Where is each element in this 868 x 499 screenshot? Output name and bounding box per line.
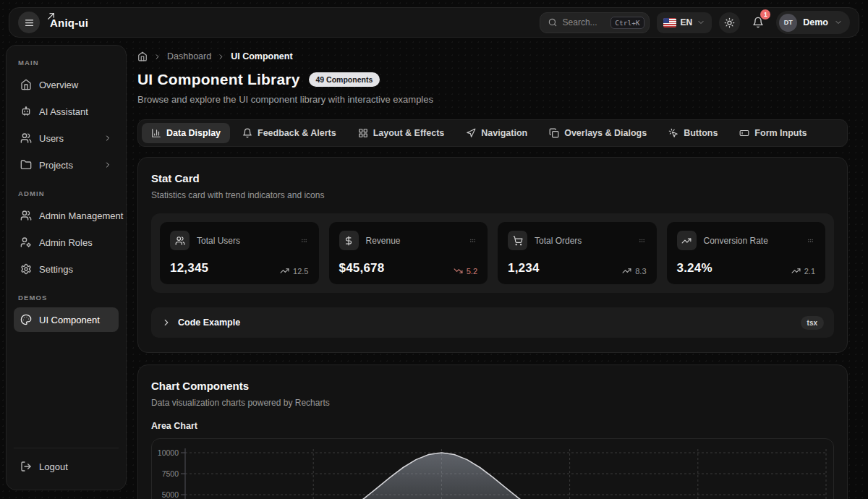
sidebar-item-label: UI Component: [39, 315, 112, 325]
theme-toggle-button[interactable]: [719, 12, 740, 33]
trending-up-icon-box: [677, 231, 697, 250]
area-chart: 025005000750010000: [151, 438, 834, 499]
stat-card-trend: 12.5: [280, 266, 308, 276]
stat-card-total-orders: Total Orders 1,234 8.3: [498, 222, 657, 284]
grip-icon[interactable]: [299, 236, 309, 245]
sidebar-item-users[interactable]: Users: [14, 126, 119, 150]
stat-card-revenue: Revenue $45,678 5.2: [329, 222, 488, 284]
code-example-toggle[interactable]: Code Example tsx: [151, 307, 834, 338]
grip-icon[interactable]: [468, 236, 477, 245]
trend-value: 2.1: [804, 267, 815, 276]
chevron-right-icon: [103, 134, 112, 142]
sidebar-item-admin-management[interactable]: Admin Management: [14, 203, 119, 228]
cart-icon-box: [508, 231, 527, 250]
breadcrumb-item-dashboard[interactable]: Dashboard: [167, 51, 211, 61]
stat-card-value: 1,234: [508, 261, 540, 276]
sidebar-item-label: Users: [39, 133, 96, 144]
section-title: Chart Components: [151, 380, 834, 392]
sidebar-item-ai-assistant[interactable]: AI Assistant: [14, 99, 119, 124]
palette-icon: [20, 314, 32, 325]
shopping-cart-icon: [513, 236, 523, 246]
search-icon: [548, 17, 558, 27]
stat-cards-row: Total Users 12,345 12.5 Revenue: [151, 213, 834, 293]
sidebar-item-label: Admin Management: [39, 210, 123, 221]
chevron-right-icon: [103, 161, 112, 169]
trend-value: 12.5: [293, 267, 308, 276]
folder-icon: [20, 159, 32, 171]
gear-icon: [20, 263, 32, 275]
tab-layout-effects[interactable]: Layout & Effects: [349, 123, 454, 143]
svg-text:10000: 10000: [158, 448, 179, 457]
bar-chart-icon: [151, 128, 161, 138]
dollar-icon: [344, 236, 354, 246]
us-flag-icon: [663, 18, 676, 27]
sidebar-item-label: AI Assistant: [39, 106, 112, 117]
user-menu[interactable]: DT Demo: [776, 11, 850, 34]
tab-feedback-alerts[interactable]: Feedback & Alerts: [233, 123, 346, 143]
sidebar-item-overview[interactable]: Overview: [14, 72, 119, 97]
chevron-right-icon: [153, 53, 161, 61]
page-subtitle: Browse and explore the UI component libr…: [137, 94, 848, 105]
tab-data-display[interactable]: Data Display: [142, 123, 230, 143]
tab-label: Layout & Effects: [373, 128, 445, 138]
language-selector[interactable]: EN: [657, 12, 712, 33]
sidebar-item-label: Settings: [39, 264, 112, 275]
search-input[interactable]: [563, 17, 606, 27]
bot-icon: [20, 106, 32, 117]
grip-icon[interactable]: [806, 236, 815, 245]
sidebar-item-admin-roles[interactable]: Admin Roles: [14, 230, 119, 255]
stat-card-trend: 2.1: [791, 266, 815, 276]
sidebar-item-ui-component[interactable]: UI Component: [14, 307, 119, 332]
stat-card-value: 12,345: [170, 261, 208, 276]
component-category-tabs: Data Display Feedback & Alerts Layout & …: [137, 119, 848, 147]
layout-grid-icon: [358, 128, 368, 138]
tsx-badge: tsx: [801, 316, 824, 330]
section-title: Stat Card: [151, 172, 834, 184]
sidebar-item-label: Admin Roles: [39, 237, 112, 248]
app-logo[interactable]: Aniq-ui: [48, 17, 88, 29]
chevron-down-icon: [834, 18, 843, 27]
tab-navigation[interactable]: Navigation: [456, 123, 537, 143]
chart-components-section: Chart Components Data visualization char…: [137, 364, 848, 499]
stat-card-label: Conversion Rate: [704, 236, 807, 246]
trend-value: 8.3: [635, 267, 646, 276]
area-chart-svg: 025005000750010000: [152, 439, 833, 499]
sidebar: MAIN Overview AI Assistant Users Project…: [6, 45, 127, 490]
users-icon: [20, 210, 32, 221]
trending-up-icon: [622, 266, 631, 276]
stat-card-label: Total Orders: [535, 236, 637, 246]
menu-button[interactable]: [18, 12, 40, 33]
notification-count-badge: 1: [760, 9, 770, 20]
trending-up-icon: [681, 236, 692, 246]
trending-down-icon: [454, 266, 463, 276]
section-subtitle: Data visualization charts powered by Rec…: [151, 398, 834, 408]
breadcrumb-item-current: UI Component: [231, 51, 292, 61]
stat-card-section: Stat Card Statistics card with trend ind…: [137, 157, 848, 353]
users-icon: [175, 236, 185, 246]
logout-button[interactable]: Logout: [14, 454, 119, 479]
logout-icon: [20, 461, 32, 472]
sidebar-section-label-demos: DEMOS: [18, 294, 114, 302]
home-icon[interactable]: [137, 51, 148, 61]
copy-icon: [549, 128, 559, 138]
stat-card-trend: 8.3: [622, 266, 646, 276]
users-icon-box: [170, 231, 190, 250]
logout-label: Logout: [39, 461, 112, 472]
navigation-icon: [466, 128, 476, 138]
section-subtitle: Statistics card with trend indicators an…: [151, 190, 834, 200]
search-box[interactable]: Ctrl+K: [540, 12, 650, 33]
user-name: Demo: [803, 17, 828, 27]
home-icon: [20, 79, 32, 90]
sidebar-item-settings[interactable]: Settings: [14, 257, 119, 281]
notifications-button[interactable]: 1: [747, 12, 769, 33]
tab-buttons[interactable]: Buttons: [659, 123, 727, 143]
sidebar-section-label-admin: ADMIN: [18, 189, 114, 197]
grip-icon[interactable]: [637, 236, 647, 245]
sidebar-item-projects[interactable]: Projects: [14, 153, 119, 177]
components-count-badge: 49 Components: [309, 72, 380, 87]
tab-form-inputs[interactable]: Form Inputs: [730, 123, 816, 143]
svg-text:5000: 5000: [162, 490, 179, 499]
tab-overlays-dialogs[interactable]: Overlays & Dialogs: [540, 123, 656, 143]
form-input-icon: [739, 128, 749, 138]
app-root: Aniq-ui Ctrl+K EN 1 DT Demo: [0, 0, 868, 499]
